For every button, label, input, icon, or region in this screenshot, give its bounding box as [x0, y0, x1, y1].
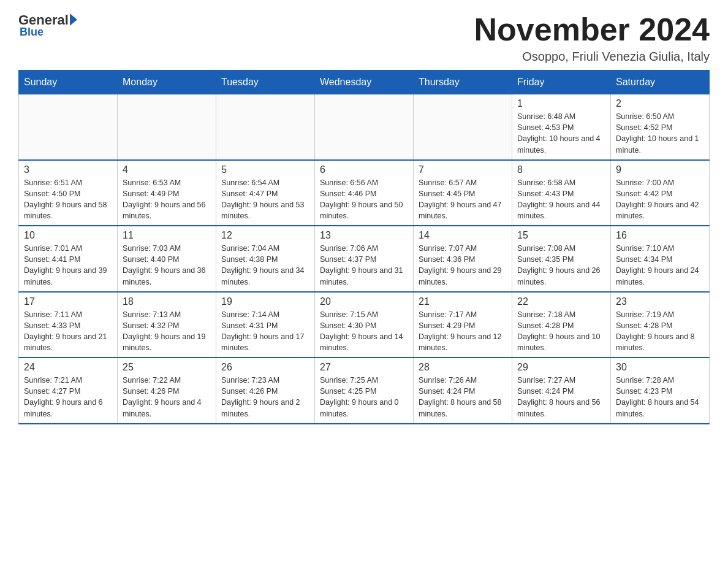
- day-info: Sunrise: 6:54 AM Sunset: 4:47 PM Dayligh…: [221, 177, 309, 222]
- calendar-cell: 7Sunrise: 6:57 AM Sunset: 4:45 PM Daylig…: [414, 160, 512, 226]
- calendar-cell: 11Sunrise: 7:03 AM Sunset: 4:40 PM Dayli…: [118, 226, 216, 292]
- calendar-cell: 8Sunrise: 6:58 AM Sunset: 4:43 PM Daylig…: [512, 160, 611, 226]
- calendar-cell: 17Sunrise: 7:11 AM Sunset: 4:33 PM Dayli…: [19, 292, 118, 358]
- day-number: 23: [616, 296, 704, 307]
- day-info: Sunrise: 7:17 AM Sunset: 4:29 PM Dayligh…: [419, 309, 507, 354]
- day-number: 19: [221, 296, 309, 307]
- calendar-week-3: 10Sunrise: 7:01 AM Sunset: 4:41 PM Dayli…: [19, 226, 710, 292]
- day-info: Sunrise: 7:27 AM Sunset: 4:24 PM Dayligh…: [517, 375, 605, 419]
- calendar-body: 1Sunrise: 6:48 AM Sunset: 4:53 PM Daylig…: [19, 94, 710, 424]
- day-number: 17: [24, 296, 112, 307]
- calendar-table: SundayMondayTuesdayWednesdayThursdayFrid…: [18, 70, 710, 424]
- logo-arrow-icon: [70, 13, 77, 26]
- calendar-cell: 24Sunrise: 7:21 AM Sunset: 4:27 PM Dayli…: [19, 358, 118, 424]
- days-of-week-row: SundayMondayTuesdayWednesdayThursdayFrid…: [19, 71, 710, 94]
- day-header-saturday: Saturday: [611, 71, 710, 94]
- day-number: 14: [419, 230, 507, 241]
- calendar-cell: 26Sunrise: 7:23 AM Sunset: 4:26 PM Dayli…: [216, 358, 315, 424]
- day-number: 11: [123, 230, 211, 241]
- calendar-week-1: 1Sunrise: 6:48 AM Sunset: 4:53 PM Daylig…: [19, 94, 710, 160]
- day-info: Sunrise: 6:57 AM Sunset: 4:45 PM Dayligh…: [419, 177, 507, 222]
- calendar-cell: 3Sunrise: 6:51 AM Sunset: 4:50 PM Daylig…: [19, 160, 118, 226]
- day-number: 8: [517, 164, 605, 175]
- calendar-cell: 6Sunrise: 6:56 AM Sunset: 4:46 PM Daylig…: [315, 160, 414, 226]
- day-info: Sunrise: 7:15 AM Sunset: 4:30 PM Dayligh…: [320, 309, 408, 354]
- day-number: 30: [616, 362, 704, 373]
- calendar-cell: [414, 94, 512, 160]
- day-number: 13: [320, 230, 408, 241]
- calendar-cell: 30Sunrise: 7:28 AM Sunset: 4:23 PM Dayli…: [611, 358, 710, 424]
- calendar-cell: 25Sunrise: 7:22 AM Sunset: 4:26 PM Dayli…: [118, 358, 216, 424]
- day-number: 12: [221, 230, 309, 241]
- day-number: 6: [320, 164, 408, 175]
- day-number: 9: [616, 164, 704, 175]
- day-info: Sunrise: 7:18 AM Sunset: 4:28 PM Dayligh…: [517, 309, 605, 354]
- calendar-cell: 5Sunrise: 6:54 AM Sunset: 4:47 PM Daylig…: [216, 160, 315, 226]
- calendar-cell: 2Sunrise: 6:50 AM Sunset: 4:52 PM Daylig…: [611, 94, 710, 160]
- calendar-cell: 22Sunrise: 7:18 AM Sunset: 4:28 PM Dayli…: [512, 292, 611, 358]
- day-info: Sunrise: 7:26 AM Sunset: 4:24 PM Dayligh…: [419, 375, 507, 419]
- day-number: 29: [517, 362, 605, 373]
- calendar-cell: 15Sunrise: 7:08 AM Sunset: 4:35 PM Dayli…: [512, 226, 611, 292]
- calendar-cell: 12Sunrise: 7:04 AM Sunset: 4:38 PM Dayli…: [216, 226, 315, 292]
- calendar-cell: [315, 94, 414, 160]
- day-info: Sunrise: 7:14 AM Sunset: 4:31 PM Dayligh…: [221, 309, 309, 354]
- calendar-cell: [19, 94, 118, 160]
- calendar-week-5: 24Sunrise: 7:21 AM Sunset: 4:27 PM Dayli…: [19, 358, 710, 424]
- calendar-cell: [216, 94, 315, 160]
- day-info: Sunrise: 7:23 AM Sunset: 4:26 PM Dayligh…: [221, 375, 309, 419]
- day-info: Sunrise: 7:08 AM Sunset: 4:35 PM Dayligh…: [517, 243, 605, 288]
- day-number: 10: [24, 230, 112, 241]
- calendar-cell: 18Sunrise: 7:13 AM Sunset: 4:32 PM Dayli…: [118, 292, 216, 358]
- title-block: November 2024 Osoppo, Friuli Venezia Giu…: [474, 12, 710, 64]
- day-info: Sunrise: 7:22 AM Sunset: 4:26 PM Dayligh…: [123, 375, 211, 419]
- calendar-cell: 28Sunrise: 7:26 AM Sunset: 4:24 PM Dayli…: [414, 358, 512, 424]
- calendar-cell: 27Sunrise: 7:25 AM Sunset: 4:25 PM Dayli…: [315, 358, 414, 424]
- day-header-friday: Friday: [512, 71, 611, 94]
- day-header-wednesday: Wednesday: [315, 71, 414, 94]
- calendar-cell: 4Sunrise: 6:53 AM Sunset: 4:49 PM Daylig…: [118, 160, 216, 226]
- day-header-monday: Monday: [118, 71, 216, 94]
- day-info: Sunrise: 7:10 AM Sunset: 4:34 PM Dayligh…: [616, 243, 704, 288]
- calendar-cell: 10Sunrise: 7:01 AM Sunset: 4:41 PM Dayli…: [19, 226, 118, 292]
- day-number: 1: [517, 98, 605, 109]
- calendar-cell: 9Sunrise: 7:00 AM Sunset: 4:42 PM Daylig…: [611, 160, 710, 226]
- day-number: 5: [221, 164, 309, 175]
- day-info: Sunrise: 6:50 AM Sunset: 4:52 PM Dayligh…: [616, 111, 704, 156]
- day-number: 22: [517, 296, 605, 307]
- calendar-cell: 14Sunrise: 7:07 AM Sunset: 4:36 PM Dayli…: [414, 226, 512, 292]
- day-info: Sunrise: 6:58 AM Sunset: 4:43 PM Dayligh…: [517, 177, 605, 222]
- day-info: Sunrise: 7:00 AM Sunset: 4:42 PM Dayligh…: [616, 177, 704, 222]
- calendar-cell: [118, 94, 216, 160]
- calendar-cell: 1Sunrise: 6:48 AM Sunset: 4:53 PM Daylig…: [512, 94, 611, 160]
- calendar-cell: 23Sunrise: 7:19 AM Sunset: 4:28 PM Dayli…: [611, 292, 710, 358]
- day-info: Sunrise: 6:48 AM Sunset: 4:53 PM Dayligh…: [517, 111, 605, 156]
- day-number: 27: [320, 362, 408, 373]
- page-header: General Blue November 2024 Osoppo, Friul…: [18, 12, 710, 64]
- day-number: 3: [24, 164, 112, 175]
- day-info: Sunrise: 7:28 AM Sunset: 4:23 PM Dayligh…: [616, 375, 704, 419]
- day-header-tuesday: Tuesday: [216, 71, 315, 94]
- day-info: Sunrise: 6:53 AM Sunset: 4:49 PM Dayligh…: [123, 177, 211, 222]
- day-number: 20: [320, 296, 408, 307]
- day-info: Sunrise: 7:06 AM Sunset: 4:37 PM Dayligh…: [320, 243, 408, 288]
- day-info: Sunrise: 7:01 AM Sunset: 4:41 PM Dayligh…: [24, 243, 112, 288]
- day-number: 28: [419, 362, 507, 373]
- calendar-cell: 13Sunrise: 7:06 AM Sunset: 4:37 PM Dayli…: [315, 226, 414, 292]
- location-subtitle: Osoppo, Friuli Venezia Giulia, Italy: [474, 50, 710, 64]
- day-number: 7: [419, 164, 507, 175]
- calendar-cell: 16Sunrise: 7:10 AM Sunset: 4:34 PM Dayli…: [611, 226, 710, 292]
- calendar-week-2: 3Sunrise: 6:51 AM Sunset: 4:50 PM Daylig…: [19, 160, 710, 226]
- day-info: Sunrise: 6:51 AM Sunset: 4:50 PM Dayligh…: [24, 177, 112, 222]
- day-info: Sunrise: 7:07 AM Sunset: 4:36 PM Dayligh…: [419, 243, 507, 288]
- day-info: Sunrise: 7:19 AM Sunset: 4:28 PM Dayligh…: [616, 309, 704, 354]
- day-info: Sunrise: 7:21 AM Sunset: 4:27 PM Dayligh…: [24, 375, 112, 419]
- logo-blue: Blue: [20, 26, 44, 39]
- day-info: Sunrise: 7:25 AM Sunset: 4:25 PM Dayligh…: [320, 375, 408, 419]
- calendar-cell: 21Sunrise: 7:17 AM Sunset: 4:29 PM Dayli…: [414, 292, 512, 358]
- day-header-sunday: Sunday: [19, 71, 118, 94]
- calendar-cell: 20Sunrise: 7:15 AM Sunset: 4:30 PM Dayli…: [315, 292, 414, 358]
- page-title: November 2024: [474, 12, 710, 47]
- day-info: Sunrise: 7:03 AM Sunset: 4:40 PM Dayligh…: [123, 243, 211, 288]
- day-number: 15: [517, 230, 605, 241]
